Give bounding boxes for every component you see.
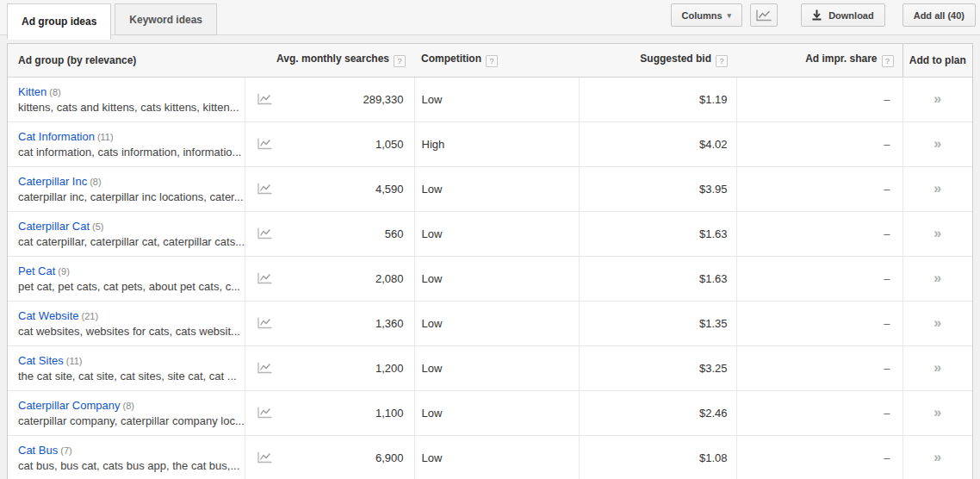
ad-group-keyword-count: (11) [66, 356, 83, 366]
ad-impr-share-cell: – [736, 435, 902, 479]
sparkline-chart-icon[interactable] [257, 93, 272, 108]
ad-group-link[interactable]: Cat Information [18, 130, 95, 143]
add-to-plan-cell: » [902, 345, 972, 390]
competition-value: Low [422, 362, 443, 375]
sparkline-chart-icon[interactable] [257, 227, 272, 242]
column-header-avg-monthly-searches[interactable]: Avg. monthly searches? [245, 44, 414, 77]
add-to-plan-icon[interactable]: » [933, 226, 941, 240]
ad-impr-share-value: – [884, 227, 890, 240]
top-strip: Ad group ideas Keyword ideas Columns ▾ D… [0, 0, 980, 35]
ad-impr-share-cell: – [736, 256, 902, 301]
sparkline-chart-icon[interactable] [257, 362, 272, 376]
column-header-add-to-plan: Add to plan [902, 44, 972, 77]
toolbar: Columns ▾ Download Add all (40) [671, 3, 976, 27]
suggested-bid-cell: $2.46 [579, 390, 736, 435]
avg-monthly-searches-value: 4,590 [375, 183, 404, 196]
ad-group-cell: Caterpillar Company(8) caterpillar compa… [8, 390, 245, 435]
add-all-button[interactable]: Add all (40) [902, 3, 976, 27]
suggested-bid-cell: $3.95 [579, 166, 736, 211]
ad-group-cell: Kitten(8) kittens, cats and kittens, cat… [8, 77, 245, 121]
ad-impr-share-value: – [884, 407, 890, 420]
column-header-suggested-bid[interactable]: Suggested bid? [579, 44, 736, 77]
suggested-bid-cell: $1.19 [579, 77, 736, 121]
table-row: Caterpillar Cat(5) cat caterpillar, cate… [8, 211, 972, 256]
table-row: Kitten(8) kittens, cats and kittens, cat… [8, 77, 972, 121]
ad-impr-share-cell: – [736, 211, 902, 256]
add-to-plan-icon[interactable]: » [933, 271, 941, 285]
suggested-bid-cell: $1.63 [579, 211, 736, 256]
columns-button[interactable]: Columns ▾ [671, 3, 743, 27]
ad-group-keywords-preview: caterpillar inc, caterpillar inc locatio… [18, 190, 236, 203]
ad-group-link[interactable]: Cat Bus [18, 444, 58, 457]
column-header-avg-label: Avg. monthly searches [276, 53, 389, 65]
sparkline-chart-icon[interactable] [257, 138, 272, 152]
suggested-bid-value: $2.46 [699, 407, 728, 420]
chevron-down-icon: ▾ [728, 11, 732, 20]
suggested-bid-value: $3.25 [699, 362, 728, 375]
ad-group-cell: Cat Information(11) cat information, cat… [8, 121, 245, 166]
ad-group-keyword-count: (8) [49, 87, 60, 97]
avg-monthly-searches-cell: 1,360 [245, 301, 414, 345]
add-to-plan-icon[interactable]: » [933, 91, 941, 106]
ad-group-cell: Pet Cat(9) pet cat, pet cats, cat pets, … [8, 256, 245, 301]
ad-group-link[interactable]: Caterpillar Company [18, 399, 121, 412]
avg-monthly-searches-value: 6,900 [375, 451, 404, 464]
competition-cell: Low [414, 256, 579, 301]
avg-monthly-searches-value: 1,360 [375, 317, 404, 330]
ad-group-link[interactable]: Kitten [18, 85, 47, 98]
ad-group-link[interactable]: Cat Sites [18, 354, 64, 367]
sparkline-chart-icon[interactable] [257, 407, 272, 421]
add-to-plan-icon[interactable]: » [933, 181, 941, 196]
help-icon[interactable]: ? [486, 55, 498, 67]
competition-cell: Low [414, 345, 579, 390]
sparkline-chart-icon[interactable] [257, 183, 272, 197]
sparkline-chart-icon[interactable] [257, 317, 272, 332]
help-icon[interactable]: ? [394, 55, 406, 67]
add-to-plan-icon[interactable]: » [933, 315, 941, 330]
competition-cell: Low [414, 435, 579, 479]
add-to-plan-icon[interactable]: » [933, 360, 941, 375]
add-to-plan-icon[interactable]: » [933, 450, 941, 464]
ad-group-link[interactable]: Caterpillar Cat [18, 220, 90, 233]
tab-bar: Ad group ideas Keyword ideas [7, 3, 220, 40]
suggested-bid-value: $3.95 [699, 183, 728, 196]
help-icon[interactable]: ? [716, 55, 728, 67]
column-header-ad-group[interactable]: Ad group (by relevance) [8, 44, 245, 77]
ad-group-keyword-count: (7) [60, 445, 71, 456]
add-to-plan-icon[interactable]: » [933, 136, 941, 151]
add-to-plan-icon[interactable]: » [933, 405, 941, 420]
add-to-plan-cell: » [902, 166, 972, 211]
ad-impr-share-value: – [884, 93, 890, 106]
add-to-plan-cell: » [902, 211, 972, 256]
chart-view-button[interactable] [750, 3, 778, 27]
competition-cell: High [414, 121, 579, 166]
ad-group-link[interactable]: Caterpillar Inc [18, 175, 87, 188]
ad-group-link[interactable]: Cat Website [18, 309, 79, 322]
ad-impr-share-value: – [884, 272, 890, 285]
add-all-button-label: Add all (40) [914, 10, 964, 21]
column-header-ad-impr-share[interactable]: Ad impr. share? [736, 44, 902, 77]
ad-group-keyword-count: (9) [58, 266, 69, 277]
sparkline-chart-icon[interactable] [257, 451, 272, 466]
sparkline-chart-icon[interactable] [257, 272, 272, 287]
competition-value: Low [422, 227, 443, 240]
ad-group-keyword-count: (11) [97, 132, 114, 142]
ad-group-keywords-preview: cat caterpillar, caterpillar cat, caterp… [18, 235, 236, 248]
avg-monthly-searches-value: 1,100 [375, 407, 404, 420]
competition-cell: Low [414, 211, 579, 256]
suggested-bid-cell: $4.02 [579, 121, 736, 166]
avg-monthly-searches-cell: 6,900 [245, 435, 414, 479]
help-icon[interactable]: ? [882, 55, 894, 67]
suggested-bid-cell: $1.63 [579, 256, 736, 301]
suggested-bid-value: $4.02 [699, 138, 728, 151]
ad-group-cell: Caterpillar Cat(5) cat caterpillar, cate… [8, 211, 245, 256]
table-body: Kitten(8) kittens, cats and kittens, cat… [8, 77, 972, 479]
tab-ad-group-ideas[interactable]: Ad group ideas [7, 3, 111, 40]
tab-keyword-ideas[interactable]: Keyword ideas [115, 3, 217, 35]
add-to-plan-cell: » [902, 256, 972, 301]
column-header-competition[interactable]: Competition? [414, 44, 579, 77]
download-button[interactable]: Download [801, 3, 885, 27]
ad-impr-share-cell: – [736, 166, 902, 211]
ad-group-link[interactable]: Pet Cat [18, 264, 55, 277]
ad-group-keywords-preview: cat websites, websites for cats, cats we… [18, 325, 236, 338]
